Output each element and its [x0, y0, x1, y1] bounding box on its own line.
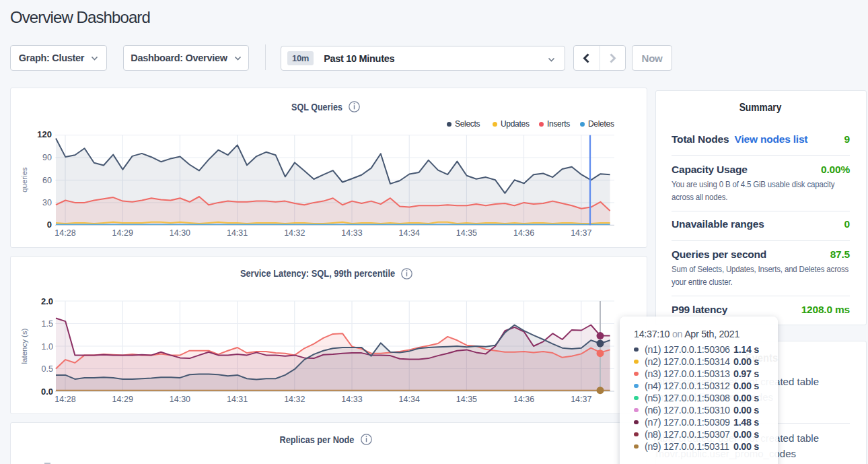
- svg-text:14:37: 14:37: [571, 395, 591, 404]
- svg-text:14:31: 14:31: [227, 228, 248, 238]
- svg-text:14:32: 14:32: [284, 228, 305, 238]
- svg-text:latency (s): latency (s): [20, 328, 28, 364]
- svg-text:14:34: 14:34: [399, 395, 420, 404]
- svg-text:queries: queries: [20, 167, 28, 193]
- svg-text:14:37: 14:37: [571, 228, 591, 238]
- svg-text:14:32: 14:32: [284, 395, 305, 404]
- svg-text:14:34: 14:34: [399, 228, 420, 238]
- svg-text:1.0: 1.0: [42, 342, 53, 352]
- svg-text:14:31: 14:31: [227, 395, 248, 404]
- svg-text:2.0: 2.0: [41, 296, 53, 306]
- svg-text:0.0: 0.0: [41, 387, 53, 397]
- svg-text:90: 90: [42, 153, 52, 162]
- svg-text:0: 0: [47, 220, 52, 230]
- svg-text:14:36: 14:36: [513, 228, 534, 238]
- svg-text:14:30: 14:30: [170, 228, 190, 238]
- svg-text:120: 120: [37, 129, 52, 139]
- svg-text:60: 60: [42, 176, 52, 185]
- svg-text:14:35: 14:35: [456, 228, 477, 238]
- svg-text:0.5: 0.5: [42, 364, 53, 374]
- svg-text:1.5: 1.5: [42, 319, 53, 329]
- svg-text:14:33: 14:33: [341, 228, 362, 238]
- svg-text:14:28: 14:28: [55, 228, 75, 238]
- svg-text:14:35: 14:35: [456, 395, 477, 404]
- svg-text:14:29: 14:29: [112, 395, 133, 404]
- svg-text:14:33: 14:33: [341, 395, 362, 404]
- svg-text:14:29: 14:29: [112, 228, 133, 238]
- svg-text:14:36: 14:36: [513, 395, 534, 404]
- svg-text:14:28: 14:28: [55, 395, 75, 404]
- svg-text:30: 30: [42, 198, 52, 207]
- svg-text:14:30: 14:30: [170, 395, 190, 404]
